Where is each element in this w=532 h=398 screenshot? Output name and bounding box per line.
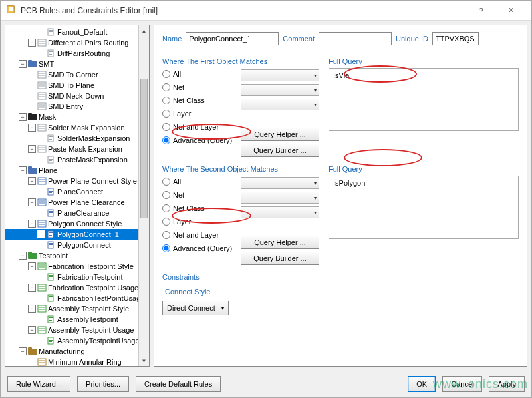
tree-row[interactable]: −Assembly Testpoint Usage (5, 325, 149, 335)
cancel-button[interactable]: Cancel (442, 376, 482, 392)
tree-scrollbar[interactable]: ▲ ▼ (138, 25, 149, 366)
tree-row[interactable]: PlaneConnect (5, 186, 149, 197)
tree-row[interactable]: DiffPairsRouting (5, 48, 149, 59)
tree-row[interactable]: SMD To Corner (5, 69, 149, 80)
tree-row[interactable]: Fanout_Default (5, 27, 149, 37)
tree-row[interactable]: −Plane (5, 165, 149, 176)
tree-row[interactable]: FabricationTestpoint (5, 272, 149, 282)
collapse-icon[interactable]: − (28, 326, 36, 334)
radio-layer[interactable]: Layer (162, 216, 235, 227)
ok-button[interactable]: OK (408, 376, 436, 392)
tree-row[interactable]: −Paste Mask Expansion (5, 144, 149, 154)
radio-advanced-query-[interactable]: Advanced (Query) (162, 134, 235, 146)
radio-input[interactable] (162, 204, 170, 212)
query-builder-1-button[interactable]: Query Builder ... (241, 144, 319, 157)
collapse-icon[interactable]: − (28, 124, 36, 132)
tree-row[interactable]: SMD Entry (5, 101, 149, 112)
help-button[interactable]: ? (466, 1, 496, 21)
radio-net-and-layer[interactable]: Net and Layer (162, 229, 235, 240)
tree-row[interactable]: PasteMaskExpansion (5, 154, 149, 165)
scroll-down-icon[interactable]: ▼ (139, 355, 149, 366)
uniqueid-input[interactable] (432, 32, 479, 45)
radio-input[interactable] (162, 110, 170, 118)
query-helper-2-button[interactable]: Query Helper ... (241, 236, 319, 249)
radio-input[interactable] (162, 231, 170, 239)
collapse-icon[interactable]: − (28, 262, 36, 270)
collapse-icon[interactable]: − (19, 347, 27, 355)
tree-row[interactable]: −Fabrication Testpoint Style (5, 261, 149, 272)
radio-all[interactable]: All (162, 176, 235, 187)
radio-net[interactable]: Net (162, 81, 235, 93)
combo-net-2[interactable]: ▾ (241, 192, 319, 204)
radio-net-class[interactable]: Net Class (162, 202, 235, 214)
comment-input[interactable] (319, 32, 392, 45)
collapse-icon[interactable]: − (19, 166, 27, 174)
tree-row[interactable]: Minimum Annular Ring (5, 357, 149, 366)
tree-row[interactable]: SMD To Plane (5, 80, 149, 91)
rules-tree[interactable]: Fanout_Default−Differential Pairs Routin… (5, 25, 149, 366)
collapse-icon[interactable]: − (19, 60, 27, 68)
tree-row[interactable]: −Power Plane Connect Style (5, 176, 149, 186)
second-query-box[interactable]: IsPolygon (329, 176, 519, 239)
tree-row[interactable]: −Mask (5, 112, 149, 122)
collapse-icon[interactable]: − (28, 145, 36, 153)
tree-row[interactable]: SolderMaskExpansion (5, 133, 149, 144)
tree-row[interactable]: −Testpoint (5, 250, 149, 261)
rule-wizard-button[interactable]: Rule Wizard... (7, 376, 70, 392)
radio-advanced-query-[interactable]: Advanced (Query) (162, 242, 235, 254)
collapse-icon[interactable]: − (28, 39, 36, 47)
tree-row[interactable]: PlaneClearance (5, 208, 149, 218)
scroll-thumb[interactable] (140, 79, 148, 218)
radio-input[interactable] (162, 178, 170, 186)
close-button[interactable]: ✕ (496, 1, 526, 21)
radio-all[interactable]: All (162, 68, 235, 79)
radio-input[interactable] (162, 70, 170, 78)
tree-row[interactable]: −Assembly Testpoint Style (5, 303, 149, 314)
tree-row[interactable]: SMD Neck-Down (5, 91, 149, 101)
query-builder-2-button[interactable]: Query Builder ... (241, 252, 319, 265)
tree-row[interactable]: −Fabrication Testpoint Usage (5, 282, 149, 293)
collapse-icon[interactable]: − (28, 305, 36, 313)
collapse-icon[interactable]: − (28, 177, 36, 185)
radio-input[interactable] (162, 123, 170, 131)
radio-input[interactable] (162, 218, 170, 226)
radio-input[interactable] (162, 244, 170, 252)
tree-row[interactable]: PolygonConnect_1 (5, 229, 149, 240)
radio-input[interactable] (162, 83, 170, 91)
collapse-icon[interactable]: − (28, 220, 36, 228)
tree-row[interactable]: AssemblyTestpoint (5, 314, 149, 325)
first-query-box[interactable]: IsVia (329, 68, 519, 131)
query-helper-1-button[interactable]: Query Helper ... (241, 128, 319, 141)
scroll-up-icon[interactable]: ▲ (139, 25, 149, 36)
radio-input[interactable] (162, 136, 170, 144)
tree-row[interactable]: PolygonConnect (5, 240, 149, 250)
combo-all-1[interactable]: ▾ (241, 69, 319, 81)
combo-netclass-2[interactable]: ▾ (241, 206, 319, 218)
tree-row[interactable]: −Differential Pairs Routing (5, 37, 149, 48)
collapse-icon[interactable]: − (19, 252, 27, 260)
connect-style-select[interactable]: Direct Connect ▾ (162, 301, 229, 315)
tree-row[interactable]: −Manufacturing (5, 346, 149, 357)
priorities-button[interactable]: Priorities... (77, 376, 129, 392)
combo-all-2[interactable]: ▾ (241, 177, 319, 189)
tree-row[interactable]: −Power Plane Clearance (5, 197, 149, 208)
tree-row[interactable]: −Solder Mask Expansion (5, 122, 149, 133)
combo-net-1[interactable]: ▾ (241, 84, 319, 96)
radio-layer[interactable]: Layer (162, 108, 235, 119)
radio-input[interactable] (162, 191, 170, 199)
tree-row[interactable]: FabricationTestPointUsage (5, 293, 149, 303)
tree-row[interactable]: −SMT (5, 59, 149, 69)
tree-row[interactable]: −Polygon Connect Style (5, 218, 149, 229)
apply-button[interactable]: Apply (489, 376, 525, 392)
collapse-icon[interactable]: − (28, 198, 36, 206)
radio-net-class[interactable]: Net Class (162, 95, 235, 106)
create-default-rules-button[interactable]: Create Default Rules (136, 376, 221, 392)
radio-input[interactable] (162, 97, 170, 104)
tree-row[interactable]: AssemblyTestpointUsage (5, 335, 149, 346)
collapse-icon[interactable]: − (19, 113, 27, 121)
collapse-icon[interactable]: − (28, 284, 36, 292)
radio-net-and-layer[interactable]: Net and Layer (162, 121, 235, 132)
combo-netclass-1[interactable]: ▾ (241, 99, 319, 110)
name-input[interactable] (186, 32, 279, 45)
radio-net[interactable]: Net (162, 189, 235, 200)
